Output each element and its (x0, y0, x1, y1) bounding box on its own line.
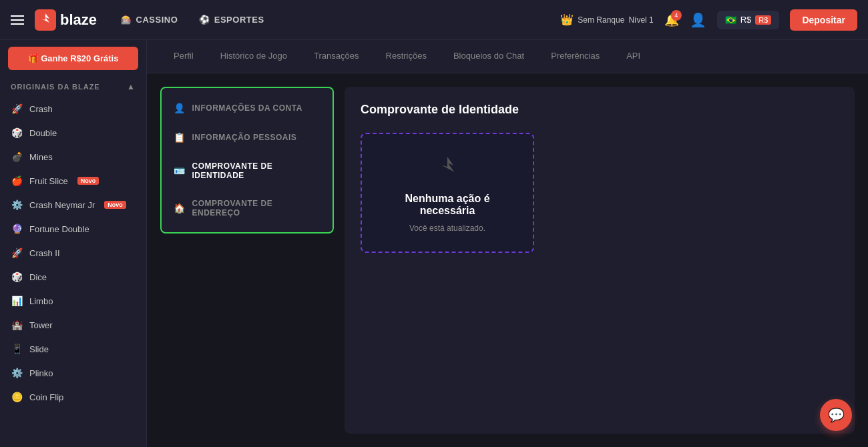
esportes-label: ESPORTES (214, 15, 264, 25)
notification-button[interactable]: 🔔 4 (664, 13, 679, 27)
menu-label-comprovante-identidade: COMPROVANTE DE IDENTIDADE (192, 161, 321, 180)
chevron-up-icon: ▲ (127, 82, 136, 91)
mines-icon: 💣 (11, 151, 23, 163)
menu-item-comprovante-endereco[interactable]: 🏠 COMPROVANTE DE ENDEREÇO (162, 189, 333, 227)
home-icon: 🏠 (174, 203, 186, 213)
header: blaze 🎰 CASSINO ⚽ ESPORTES 👑 Sem Ranque … (0, 0, 868, 40)
sidebar-item-label-double: Double (29, 128, 57, 138)
main-nav: 🎰 CASSINO ⚽ ESPORTES (113, 11, 272, 29)
tab-restricoes[interactable]: Restrições (373, 40, 440, 73)
crash-icon: 🚀 (11, 103, 23, 115)
bonus-button[interactable]: 🎁 Ganhe R$20 Grátis (8, 47, 138, 70)
limbo-icon: 📊 (11, 295, 23, 307)
fruit-slice-icon: 🍎 (11, 175, 23, 187)
new-badge-crash-neymar: Novo (104, 201, 126, 209)
sidebar-item-label-fortune-double: Fortune Double (29, 224, 89, 234)
tab-transacoes[interactable]: Transações (300, 40, 372, 73)
logo-icon (35, 9, 56, 31)
nav-cassino[interactable]: 🎰 CASSINO (113, 11, 186, 29)
sidebar-item-double[interactable]: 🎲 Double (0, 121, 146, 145)
document-icon: 📋 (174, 132, 186, 143)
menu-label-info-pessoais: INFORMAÇÃO PESSOAIS (192, 133, 297, 142)
sidebar-item-crash-neymar[interactable]: ⚙️ Crash Neymar Jr Novo (0, 193, 146, 217)
sidebar-item-limbo[interactable]: 📊 Limbo (0, 289, 146, 313)
main-layout: 🎁 Ganhe R$20 Grátis ORIGINAIS DA BLAZE ▲… (0, 40, 868, 447)
esportes-icon: ⚽ (199, 15, 210, 25)
chat-fab-button[interactable]: 💬 (820, 399, 852, 431)
person-icon: 👤 (174, 103, 186, 113)
fortune-double-icon: 🔮 (11, 223, 23, 235)
menu-item-info-pessoais[interactable]: 📋 INFORMAÇÃO PESSOAIS (162, 123, 333, 152)
tab-perfil[interactable]: Perfil (160, 40, 207, 73)
sidebar-item-dice[interactable]: 🎲 Dice (0, 265, 146, 289)
cassino-icon: 🎰 (121, 15, 132, 25)
sidebar-item-fortune-double[interactable]: 🔮 Fortune Double (0, 217, 146, 241)
sidebar-item-label-mines: Mines (29, 152, 53, 162)
sidebar-item-label-dice: Dice (29, 272, 47, 282)
sidebar-item-label-fruit-slice: Fruit Slice (29, 176, 68, 186)
identity-card-title: Nenhuma ação énecessária (405, 193, 489, 217)
user-button[interactable]: 👤 (690, 12, 706, 28)
coin-flip-icon: 🪙 (11, 391, 23, 403)
hamburger-button[interactable] (11, 15, 24, 25)
dice-icon: 🎲 (11, 271, 23, 283)
crash-ii-icon: 🚀 (11, 247, 23, 259)
balance-currency: R$ (740, 15, 752, 25)
content-area: Perfil Histórico de Jogo Transações Rest… (147, 40, 868, 447)
menu-label-comprovante-endereco: COMPROVANTE DE ENDEREÇO (192, 199, 321, 217)
sidebar-item-plinko[interactable]: ⚙️ Plinko (0, 361, 146, 385)
crash-neymar-icon: ⚙️ (11, 199, 23, 211)
tab-bloqueios[interactable]: Bloqueios do Chat (440, 40, 537, 73)
sidebar-item-label-crash-ii: Crash II (29, 248, 60, 258)
notification-badge: 4 (671, 10, 682, 21)
sidebar-section-label: ORIGINAIS DA BLAZE (11, 83, 100, 91)
sidebar-item-label-slide: Slide (29, 344, 49, 354)
identity-card-title-text: Nenhuma ação énecessária (405, 193, 489, 216)
new-badge-fruit-slice: Novo (77, 177, 99, 185)
sidebar-item-fruit-slice[interactable]: 🍎 Fruit Slice Novo (0, 169, 146, 193)
sidebar-item-label-coin-flip: Coin Flip (29, 392, 63, 402)
sidebar: 🎁 Ganhe R$20 Grátis ORIGINAIS DA BLAZE ▲… (0, 40, 147, 447)
balance-icon: R$ (755, 15, 771, 25)
sidebar-item-coin-flip[interactable]: 🪙 Coin Flip (0, 385, 146, 409)
logo[interactable]: blaze (35, 9, 97, 31)
nav-esportes[interactable]: ⚽ ESPORTES (191, 11, 272, 29)
deposit-button[interactable]: Depositar (790, 9, 857, 31)
menu-item-info-conta[interactable]: 👤 INFORMAÇÕES DA CONTA (162, 93, 333, 123)
sidebar-section-header[interactable]: ORIGINAIS DA BLAZE ▲ (0, 77, 146, 97)
profile-content: 👤 INFORMAÇÕES DA CONTA 📋 INFORMAÇÃO PESS… (147, 73, 868, 447)
sidebar-item-label-crash: Crash (29, 104, 53, 114)
sidebar-item-label-crash-neymar: Crash Neymar Jr (29, 200, 95, 210)
tab-api[interactable]: API (613, 40, 654, 73)
sidebar-item-label-plinko: Plinko (29, 368, 53, 378)
header-left: blaze 🎰 CASSINO ⚽ ESPORTES (11, 9, 272, 31)
sidebar-item-tower[interactable]: 🏰 Tower (0, 313, 146, 337)
flag-icon: 🇧🇷 (725, 15, 736, 25)
identity-card: Nenhuma ação énecessária Você está atual… (361, 133, 534, 253)
tab-preferencias[interactable]: Preferências (537, 40, 613, 73)
tower-icon: 🏰 (11, 319, 23, 331)
level-label: Nível 1 (628, 15, 653, 25)
cassino-label: CASSINO (136, 15, 178, 25)
tab-historico[interactable]: Histórico de Jogo (207, 40, 300, 73)
balance-button[interactable]: 🇧🇷 R$ R$ (717, 11, 780, 29)
blaze-logo-icon (434, 153, 461, 186)
sidebar-item-crash-ii[interactable]: 🚀 Crash II (0, 241, 146, 265)
profile-main: Comprovante de Identidade Nenhuma ação é… (345, 87, 855, 434)
rank-info: 👑 Sem Ranque Nível 1 (560, 13, 653, 26)
profile-menu: 👤 INFORMAÇÕES DA CONTA 📋 INFORMAÇÃO PESS… (160, 87, 334, 234)
sidebar-item-crash[interactable]: 🚀 Crash (0, 97, 146, 121)
plinko-icon: ⚙️ (11, 367, 23, 379)
rank-icon: 👑 (560, 13, 574, 26)
id-card-icon: 🪪 (174, 165, 186, 176)
sidebar-item-slide[interactable]: 📱 Slide (0, 337, 146, 361)
sidebar-item-mines[interactable]: 💣 Mines (0, 145, 146, 169)
chat-icon: 💬 (828, 407, 845, 423)
profile-tabs: Perfil Histórico de Jogo Transações Rest… (147, 40, 868, 73)
identity-title: Comprovante de Identidade (361, 103, 839, 117)
double-icon: 🎲 (11, 127, 23, 139)
menu-item-comprovante-identidade[interactable]: 🪪 COMPROVANTE DE IDENTIDADE (162, 152, 333, 189)
menu-label-info-conta: INFORMAÇÕES DA CONTA (192, 103, 302, 113)
sidebar-item-label-limbo: Limbo (29, 296, 53, 306)
logo-text: blaze (60, 11, 97, 29)
